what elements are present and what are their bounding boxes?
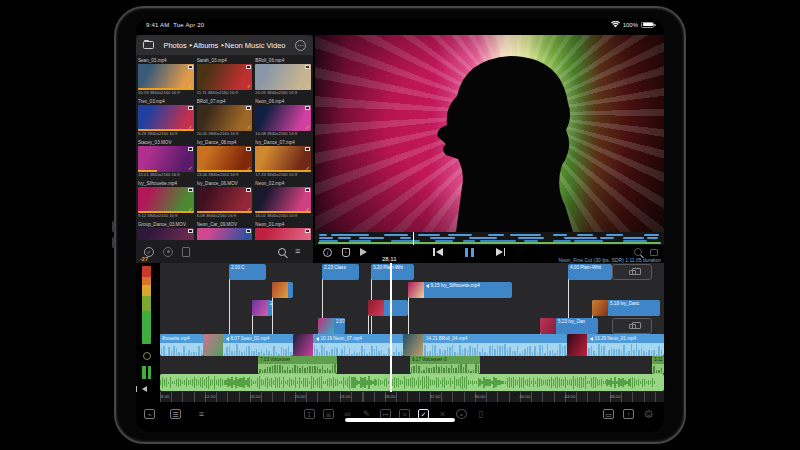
library-item[interactable]: Ivy_Dance_06.MOV✓6.09 3840x2160 16:9 bbox=[197, 180, 253, 219]
clip-thumbnail[interactable]: ✓ bbox=[255, 105, 311, 131]
import-icon[interactable]: ⌁ bbox=[144, 409, 155, 419]
ghost-clip-placeholder[interactable] bbox=[612, 264, 652, 280]
add-note-icon[interactable]: ▯ bbox=[475, 409, 486, 419]
timeline-clip[interactable] bbox=[272, 282, 293, 298]
clip-metadata: 16.01 3840x2160 16:9 bbox=[255, 213, 311, 219]
timeline-clip[interactable]: 8.07 Sean_02.mp4 bbox=[203, 334, 293, 356]
sort-icon[interactable] bbox=[295, 247, 305, 256]
library-item[interactable]: BRoll_07.mp4✓20.05 3840x2160 16:9 bbox=[197, 98, 253, 137]
sort-lines-icon[interactable]: ≡ bbox=[196, 409, 207, 419]
library-item[interactable]: Ivy_Dance_07.mp4✓17.23 3840x2160 16:9 bbox=[255, 139, 311, 178]
clipboard-icon[interactable] bbox=[182, 247, 190, 257]
clip-thumbnail[interactable]: ✓ bbox=[138, 105, 194, 131]
library-item[interactable]: Trev_03.mp4✓8.29 3840x2160 16:9 bbox=[138, 98, 194, 137]
more-options-icon[interactable]: ⋯ bbox=[295, 40, 306, 51]
scrubber-clip-segment bbox=[577, 234, 594, 236]
library-item[interactable]: Stacey_03.MOV✓13.01 3840x2160 16:9 bbox=[138, 139, 194, 178]
library-item[interactable]: Neon_06.mp4✓10.08 3840x2160 16:9 bbox=[255, 98, 311, 137]
video-camera-icon bbox=[305, 229, 310, 233]
timeline-clip[interactable]: 2.05 bbox=[252, 300, 272, 316]
search-icon[interactable] bbox=[278, 248, 286, 256]
status-bar: 9:41 AM Tue Apr 20 100% bbox=[136, 18, 664, 34]
timeline-clip[interactable] bbox=[368, 300, 408, 316]
home-indicator[interactable] bbox=[345, 418, 455, 422]
clip-thumbnail[interactable]: ✓ bbox=[255, 187, 311, 213]
timeline-ruler[interactable]: 8.0012.0016.0020.0024.0028.0032.0036.004… bbox=[160, 392, 664, 402]
timeline-playhead[interactable] bbox=[390, 263, 392, 392]
music-track-clip[interactable] bbox=[160, 374, 664, 391]
clip-thumbnail bbox=[403, 334, 423, 356]
video-preview[interactable] bbox=[315, 35, 664, 232]
audio-waveform bbox=[403, 343, 567, 356]
next-clip-button[interactable] bbox=[496, 248, 506, 256]
library-item[interactable]: BRoll_06.mp4✓20.05 3840x2160 16:9 bbox=[255, 57, 311, 96]
timeline-clip[interactable]: 10.19 Neon_07.mp4 bbox=[293, 334, 403, 356]
clip-thumbnail[interactable]: ✓ bbox=[138, 146, 194, 172]
marker-icon[interactable] bbox=[360, 248, 367, 256]
clip-thumbnail[interactable]: ✓ bbox=[197, 64, 253, 90]
clip-thumbnail[interactable]: ✓ bbox=[138, 228, 194, 240]
timeline-clip[interactable]: ilhouette.mp4 bbox=[160, 334, 203, 356]
track-headers-icon[interactable]: ☰ bbox=[170, 409, 181, 419]
ruler-label: 28.00 bbox=[385, 394, 396, 399]
timeline-clip[interactable]: 5.23 Ivy_Dan bbox=[540, 318, 598, 334]
clip-label: 8.07 Sean_02.mp4 bbox=[226, 336, 269, 341]
folder-icon[interactable] bbox=[143, 41, 154, 49]
clip-thumbnail[interactable]: ✓ bbox=[197, 146, 253, 172]
library-item[interactable]: Sarah_03.mp4✓11.11 3840x2160 16:9 bbox=[197, 57, 253, 96]
fullscreen-icon[interactable] bbox=[650, 249, 658, 256]
share-export-icon[interactable]: ↑ bbox=[623, 409, 634, 419]
track-pause-icon[interactable] bbox=[142, 366, 151, 379]
clip-thumbnail[interactable]: ✓ bbox=[255, 228, 311, 240]
overwrite-icon[interactable]: ≣ bbox=[323, 409, 334, 419]
library-item[interactable]: Neon_Car_09.MOV✓ bbox=[197, 221, 253, 240]
timeline-clip[interactable]: 9.15 Ivy_Silhouette.mp4 bbox=[408, 282, 512, 298]
library-item[interactable]: Ivy_Dance_08.mp4✓13.06 3840x2160 16:9 bbox=[197, 139, 253, 178]
music-waveform bbox=[160, 376, 664, 389]
timeline-clip[interactable]: 3.20 Plain-Whi bbox=[371, 264, 414, 280]
timeline-clip[interactable]: 4.00 Plain-Whit bbox=[568, 264, 612, 280]
timeline-clip[interactable]: 5.18 Ivy_Danc bbox=[592, 300, 660, 316]
clip-filename: BRoll_06.mp4 bbox=[255, 57, 311, 64]
library-item[interactable]: Neon_01.mp4✓ bbox=[255, 221, 311, 240]
timeline-tracks[interactable]: 2.00 C2.23 Class3.20 Plain-Whi4.00 Plain… bbox=[160, 263, 664, 392]
clip-thumbnail[interactable]: ✓ bbox=[255, 146, 311, 172]
clip-thumbnail[interactable]: ✓ bbox=[197, 228, 253, 240]
record-enable-icon[interactable] bbox=[143, 352, 151, 360]
timeline-clip[interactable]: 2.00 C bbox=[229, 264, 266, 280]
external-display-icon[interactable]: ▭ bbox=[603, 409, 614, 419]
clip-thumbnail[interactable]: ✓ bbox=[197, 105, 253, 131]
settings-gear-icon[interactable]: ۞ bbox=[643, 409, 654, 419]
clip-thumbnail[interactable]: ✓ bbox=[255, 64, 311, 90]
timeline-clip[interactable]: 14.21 BRoll_04.mp4 bbox=[403, 334, 567, 356]
library-item[interactable]: Ivy_Silhouette.mp4✓9.12 3840x2160 16:9 bbox=[138, 180, 194, 219]
preview-scrubber[interactable] bbox=[315, 232, 664, 245]
insert-icon[interactable]: ↧ bbox=[304, 409, 315, 419]
breadcrumb[interactable]: Photos ‣Albums ‣Neon Music Video bbox=[154, 41, 295, 50]
timeline-clip[interactable]: 13.29 Neon_01.mp4 bbox=[567, 334, 664, 356]
previous-clip-button[interactable] bbox=[433, 248, 443, 256]
clip-thumbnail[interactable]: ✓ bbox=[138, 64, 194, 90]
timeline-clip[interactable]: 2.07 bbox=[318, 318, 345, 334]
library-item[interactable]: Neon_02.mp4✓16.01 3840x2160 16:9 bbox=[255, 180, 311, 219]
scrubber-playhead[interactable] bbox=[413, 232, 415, 245]
library-item[interactable]: Sean_03.mp4✓10.19 3840x2160 16:9 bbox=[138, 57, 194, 96]
preview-zoom-icon[interactable] bbox=[634, 248, 642, 256]
ghost-clip-placeholder[interactable] bbox=[612, 318, 652, 334]
timeline-clip[interactable]: 7.03 Voiceover bbox=[258, 356, 337, 374]
jog-wheel-icon[interactable]: • bbox=[456, 409, 467, 419]
speaker-icon[interactable] bbox=[142, 386, 147, 392]
timeline-clip[interactable]: 6.17 Voiceover-3 bbox=[410, 356, 480, 374]
timeline-clip[interactable]: 3.11 Voic bbox=[652, 356, 664, 374]
video-camera-icon bbox=[188, 188, 193, 192]
multi-select-icon[interactable]: ✓ bbox=[144, 247, 154, 257]
clip-label: 3.11 Voic bbox=[654, 357, 664, 362]
record-icon[interactable] bbox=[163, 247, 173, 257]
clip-thumbnail[interactable]: ✓ bbox=[138, 187, 194, 213]
library-item[interactable]: Group_Dance_03.MOV✓ bbox=[138, 221, 194, 240]
usage-bar bbox=[138, 88, 194, 90]
clip-thumbnail bbox=[203, 334, 223, 356]
timeline-clip[interactable]: 2.23 Class bbox=[322, 264, 359, 280]
usage-bar bbox=[255, 170, 311, 172]
clip-thumbnail[interactable]: ✓ bbox=[197, 187, 253, 213]
